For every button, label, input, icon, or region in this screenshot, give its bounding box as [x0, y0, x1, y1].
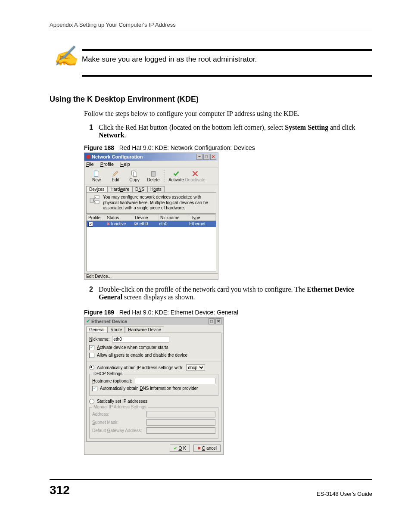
ok-button[interactable]: ✔ OK [170, 445, 190, 452]
copy-button[interactable]: Copy [126, 170, 143, 182]
tab-route[interactable]: Route [108, 327, 125, 333]
svg-rect-5 [95, 196, 99, 199]
gateway-label: Default Gateway Address: [92, 428, 144, 433]
tab-hardware[interactable]: Hardware [108, 186, 132, 192]
svg-rect-3 [152, 172, 156, 176]
step1-mid: and click [328, 124, 355, 131]
close-button[interactable]: ✕ [215, 318, 221, 324]
header-rule [50, 30, 372, 30]
step2-pre: Double-click on the profile of the netwo… [99, 286, 307, 293]
app-menu-icon[interactable] [86, 155, 90, 159]
gateway-field [146, 427, 215, 434]
maximize-button[interactable]: □ [209, 318, 215, 324]
network-config-window: Network Configuration – □ ✕ File Profile… [84, 152, 218, 280]
info-box: You may configure network devices associ… [86, 192, 216, 214]
menu-profile[interactable]: Profile [100, 162, 114, 167]
hostname-label: Hostname (optional): [92, 379, 132, 383]
note-rule-top [82, 49, 372, 51]
subnet-field [146, 419, 215, 426]
manual-legend: Manual IP Address Settings [92, 404, 148, 409]
step1-post: . [125, 131, 126, 139]
step-2: 2 Double-click on the profile of the net… [89, 286, 372, 301]
auto-ip-label: Automatically obtain IP address settings… [97, 365, 184, 370]
tab-hardware-device[interactable]: Hardware Device [125, 327, 164, 333]
intro-paragraph: Follow the steps below to configure your… [84, 110, 372, 118]
note-rule-bottom [82, 75, 372, 77]
check-icon: ✔ [174, 446, 177, 451]
step1-pre: Click the Red Hat button (located on the… [99, 124, 285, 131]
address-field [146, 411, 215, 417]
window-title: Ethernet Device [91, 319, 127, 324]
nickname-field[interactable] [112, 336, 169, 342]
tab-devices[interactable]: Devices [86, 186, 108, 192]
step2-post: screen displays as shown. [122, 293, 195, 301]
col-nickname[interactable]: Nickname [159, 215, 189, 221]
minimize-button[interactable]: – [196, 154, 202, 160]
col-status[interactable]: Status [105, 215, 133, 221]
step-number: 2 [89, 286, 99, 301]
allow-users-checkbox[interactable] [89, 353, 94, 358]
address-label: Address: [92, 412, 144, 417]
tab-general[interactable]: General [86, 327, 108, 333]
row-status: Inactive [111, 221, 126, 226]
activate-checkbox[interactable]: ✓ [89, 345, 94, 350]
row-nickname: eth0 [157, 221, 187, 227]
delete-button[interactable]: Delete [145, 170, 162, 182]
menu-file[interactable]: File [86, 162, 94, 167]
row-device: 🖳 eth0 [134, 221, 148, 226]
activate-button[interactable]: Activate [168, 170, 185, 182]
note-text: Make sure you are logged in as the root … [82, 55, 372, 64]
app-icon: ✔ [86, 318, 90, 324]
tab-dns[interactable]: DNS [132, 186, 147, 192]
titlebar: Network Configuration – □ ✕ [84, 153, 218, 161]
step1-bold1: System Setting [285, 124, 328, 131]
info-text: You may configure network devices associ… [103, 195, 213, 211]
hostname-field[interactable] [135, 378, 215, 384]
section-heading: Using the K Desktop Environment (KDE) [50, 95, 372, 104]
step-1: 1 Click the Red Hat button (located on t… [89, 124, 372, 139]
row-type: Ethernet [187, 221, 216, 227]
col-type[interactable]: Type [189, 215, 216, 221]
auto-dns-label: Automatically obtain DNS information fro… [100, 386, 198, 391]
close-button[interactable]: ✕ [210, 154, 216, 160]
network-devices-icon [89, 195, 100, 211]
running-head: Appendix A Setting up Your Computer's IP… [50, 22, 372, 28]
maximize-button[interactable]: □ [203, 154, 209, 160]
window-title: Network Configuration [92, 154, 143, 159]
static-ip-radio[interactable] [89, 399, 94, 404]
edit-button[interactable]: Edit [107, 170, 124, 182]
svg-rect-0 [94, 171, 98, 177]
col-device[interactable]: Device [133, 215, 159, 221]
note-icon-col: ✍ [50, 47, 82, 65]
cancel-button[interactable]: ✖ Cancel [193, 445, 221, 452]
deactivate-button[interactable]: Deactivate [187, 170, 204, 182]
svg-rect-2 [133, 172, 137, 176]
statusbar: Edit Device... [84, 273, 218, 279]
tab-hosts[interactable]: Hosts [147, 186, 165, 192]
nickname-label: Nickname: [89, 337, 109, 342]
x-icon: ✖ [197, 446, 201, 451]
subnet-label: Subnet Mask: [92, 420, 144, 425]
fig188-caption: Red Hat 9.0: KDE: Network Configuration:… [119, 144, 255, 151]
dhcp-legend: DHCP Settings [92, 371, 124, 376]
fig189-caption: Red Hat 9.0: KDE: Ethernet Device: Gener… [119, 309, 238, 316]
footer: 312 ES-3148 User's Guide [50, 479, 372, 497]
auto-dns-checkbox[interactable]: ✓ [92, 386, 97, 391]
protocol-select[interactable]: dhcp [186, 364, 205, 371]
titlebar: ✔ Ethernet Device □ ✕ [84, 317, 223, 325]
page-number: 312 [50, 483, 70, 497]
col-profile[interactable]: Profile [87, 215, 105, 221]
allow-users-label: Allow all users to enable and disable th… [97, 353, 187, 358]
pencil-note-icon: ✍ [53, 45, 78, 67]
menubar: File Profile Help [84, 161, 218, 168]
menu-help[interactable]: Help [120, 162, 130, 167]
toolbar: New Edit Copy Delete Activate Deactiva [84, 168, 218, 184]
fig188-label: Figure 188 [84, 144, 114, 151]
new-button[interactable]: New [88, 170, 105, 182]
svg-rect-7 [90, 198, 93, 202]
fig189-label: Figure 189 [84, 309, 114, 316]
auto-ip-radio[interactable] [89, 365, 94, 370]
row-checkbox[interactable]: ✓ [88, 222, 93, 227]
table-row[interactable]: ✓ ✖ Inactive 🖳 eth0 eth0 Ethernet [87, 221, 216, 227]
svg-rect-4 [151, 171, 156, 172]
